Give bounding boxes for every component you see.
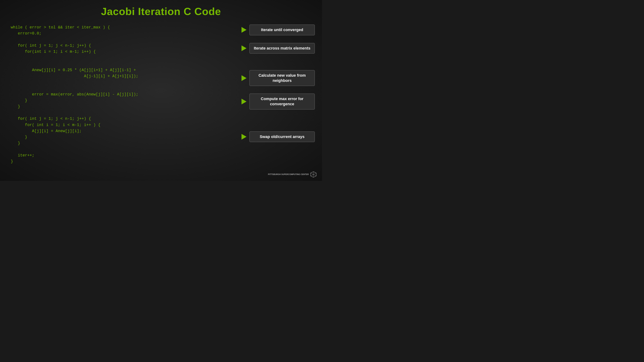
title-area: Jacobi Iteration C Code: [0, 0, 322, 21]
logo-text: PITTSBURGH SUPERCOMPUTING CENTER: [268, 173, 309, 176]
code-block: while ( error > tol && iter < iter_max )…: [11, 24, 232, 165]
page-container: Jacobi Iteration C Code while ( error > …: [0, 0, 322, 181]
annotation-box-5: Swap old/current arrays: [249, 131, 315, 142]
arrow-icon-4: [240, 98, 248, 105]
page-title: Jacobi Iteration C Code: [0, 5, 322, 17]
code-section: while ( error > tol && iter < iter_max )…: [7, 23, 236, 177]
annotation-label-2: Iterate across matrix elements: [254, 46, 310, 51]
svg-marker-0: [242, 27, 246, 33]
annotation-label-5: Swap old/current arrays: [260, 134, 305, 139]
arrow-icon-5: [240, 133, 248, 141]
logo-area: PITTSBURGH SUPERCOMPUTING CENTER: [268, 171, 317, 178]
svg-marker-4: [242, 134, 246, 140]
annotation-box-4: Compute max error for convergence: [249, 93, 315, 109]
psc-logo-icon: [310, 171, 317, 178]
annotation-box-2: Iterate across matrix elements: [249, 43, 315, 54]
svg-marker-2: [242, 75, 246, 81]
svg-marker-1: [242, 45, 246, 51]
annotation-row-2: Iterate across matrix elements: [240, 43, 315, 54]
arrow-icon-2: [240, 44, 248, 52]
annotation-label-3: Calculate new value from neighbors: [253, 73, 311, 83]
arrow-icon-1: [240, 26, 248, 34]
annotation-label-4: Compute max error for convergence: [253, 96, 311, 106]
svg-marker-3: [242, 99, 246, 104]
annotation-row-3: Calculate new value from neighbors: [240, 70, 315, 86]
annotation-row-1: Iterate until converged: [240, 24, 315, 35]
content-area: while ( error > tol && iter < iter_max )…: [0, 21, 322, 181]
right-section: Iterate until converged Iterate across m…: [240, 23, 315, 177]
annotation-box-1: Iterate until converged: [249, 24, 315, 35]
annotation-label-1: Iterate until converged: [261, 27, 303, 32]
annotation-row-5: Swap old/current arrays: [240, 131, 315, 142]
annotation-box-3: Calculate new value from neighbors: [249, 70, 315, 86]
annotation-row-4: Compute max error for convergence: [240, 93, 315, 109]
arrow-icon-3: [240, 74, 248, 82]
